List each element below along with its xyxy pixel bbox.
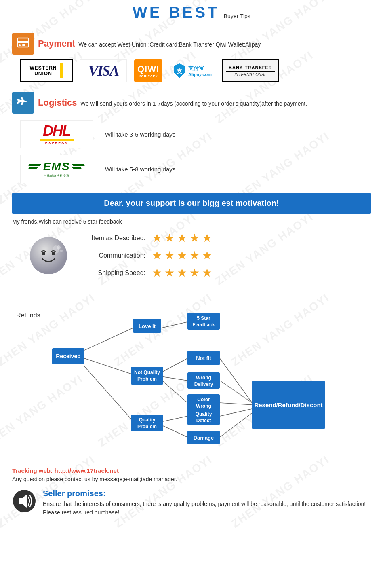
star-5: ★ xyxy=(202,266,212,279)
svg-line-24 xyxy=(220,413,252,437)
svg-line-17 xyxy=(161,380,187,403)
ems-logo-inner: EMS 全球邮政特快专递 xyxy=(29,160,85,178)
svg-rect-3 xyxy=(22,44,25,46)
svg-text:Wrong: Wrong xyxy=(196,375,211,381)
svg-line-14 xyxy=(161,322,187,328)
logistics-section: Logistics We will send yours orders in 1… xyxy=(12,92,371,183)
svg-point-8 xyxy=(52,252,55,255)
star-1: ★ xyxy=(152,266,162,279)
visa-logo: VISA xyxy=(80,59,127,82)
ems-wing-l1 xyxy=(28,164,41,166)
svg-point-9 xyxy=(57,245,61,250)
western-union-logo: WESTERN UNION xyxy=(20,59,73,82)
ems-wing-r1 xyxy=(72,164,85,166)
svg-text:支: 支 xyxy=(176,68,183,74)
tracking-url[interactable]: http://www.17track.net xyxy=(54,467,118,474)
alipay-inner: 支 支付宝 Alipay.com xyxy=(173,63,212,79)
feedback-banner: Dear. your support is our bigg est motiv… xyxy=(12,193,371,214)
svg-line-13 xyxy=(84,366,133,421)
refunds-section: Refunds xyxy=(12,288,371,459)
alipay-name: 支付宝 xyxy=(188,65,212,72)
ems-text: EMS xyxy=(43,160,70,173)
svg-line-19 xyxy=(161,425,187,437)
payment-section: Payment We can accept West Union ;Credit… xyxy=(12,33,371,82)
svg-text:Resend/Refund/Discont: Resend/Refund/Discont xyxy=(254,402,322,408)
ems-subtitle: 全球邮政特快专递 xyxy=(44,174,69,178)
star-3: ★ xyxy=(177,231,187,245)
tracking-link-line: Tracking web: http://www.17track.net xyxy=(12,467,371,474)
svg-line-22 xyxy=(220,403,252,405)
ems-right-wings xyxy=(72,164,84,169)
logistics-header: Logistics We will send yours orders in 1… xyxy=(12,92,371,114)
wu-logo-bar xyxy=(60,63,63,78)
ems-logo: EMS 全球邮政特快专递 xyxy=(20,155,93,183)
wu-logo-text: WESTERN UNION xyxy=(30,65,57,77)
refunds-flowchart: Received Love it 5 Star Feedback Not Qua… xyxy=(12,288,371,457)
smiley-face-icon xyxy=(28,235,69,276)
svg-text:Wrong: Wrong xyxy=(196,403,211,409)
stars-communication: ★ ★ ★ ★ ★ xyxy=(152,249,212,262)
star-3: ★ xyxy=(177,249,187,262)
svg-line-23 xyxy=(220,409,252,416)
page-title: WE BEST xyxy=(133,4,219,21)
payment-icon xyxy=(12,33,34,55)
payment-description: We can accept West Union ;Credit card;Ba… xyxy=(78,41,262,48)
svg-line-16 xyxy=(161,376,187,381)
rating-section: Item as Described: ★ ★ ★ ★ ★ Communicati… xyxy=(28,231,371,279)
bank-logo-bottom-text: INTERNATIONAL xyxy=(234,72,266,77)
star-4: ★ xyxy=(189,249,200,262)
dhl-logo: DHL EXPRESS xyxy=(20,120,93,148)
star-3: ★ xyxy=(177,266,187,279)
alipay-text-group: 支付宝 Alipay.com xyxy=(188,65,212,77)
star-2: ★ xyxy=(164,249,175,262)
svg-text:Quality: Quality xyxy=(196,411,212,417)
svg-line-15 xyxy=(161,358,187,372)
alipay-shield-icon: 支 xyxy=(173,63,186,79)
svg-text:Feedback: Feedback xyxy=(192,322,215,328)
ems-carrier-time: Will take 5-8 working days xyxy=(105,166,175,173)
rating-row-shipping: Shipping Speed: ★ ★ ★ ★ ★ xyxy=(81,266,212,279)
dhl-text: DHL xyxy=(43,124,70,138)
svg-point-10 xyxy=(60,250,63,252)
svg-text:Received: Received xyxy=(56,353,80,360)
logistics-description: We will send yours orders in 1-7days (ac… xyxy=(80,100,307,107)
svg-line-12 xyxy=(84,358,133,374)
promises-title: Seller promises: xyxy=(43,489,371,498)
bank-transfer-logo: BANK TRANSFER INTERNATIONAL xyxy=(222,59,279,82)
payment-header: Payment We can accept West Union ;Credit… xyxy=(12,33,371,55)
page-subtitle: Buyer Tips xyxy=(224,13,250,19)
dhl-express-text: EXPRESS xyxy=(45,141,68,145)
rating-label-shipping: Shipping Speed: xyxy=(81,269,145,277)
promises-body: Ensure that the interests of consumers; … xyxy=(43,500,371,517)
svg-line-20 xyxy=(220,358,252,403)
alipay-domain: Alipay.com xyxy=(188,72,212,77)
svg-text:Color: Color xyxy=(197,397,210,402)
tracking-description: Any question please contact us by messag… xyxy=(12,476,371,482)
ems-carrier-row: EMS 全球邮政特快专递 Will take 5-8 working days xyxy=(20,155,371,183)
svg-rect-55 xyxy=(19,498,23,504)
svg-rect-1 xyxy=(17,41,29,43)
bank-logo-top-text: BANK TRANSFER xyxy=(229,65,272,70)
svg-point-7 xyxy=(42,252,45,255)
star-2: ★ xyxy=(164,266,175,279)
svg-text:Love it: Love it xyxy=(139,323,156,329)
logistics-label-group: Logistics We will send yours orders in 1… xyxy=(38,97,307,108)
svg-line-11 xyxy=(84,328,133,350)
stars-shipping: ★ ★ ★ ★ ★ xyxy=(152,266,212,279)
rating-row-communication: Communication: ★ ★ ★ ★ ★ xyxy=(81,249,212,262)
svg-text:Defect: Defect xyxy=(196,418,211,423)
rating-rows: Item as Described: ★ ★ ★ ★ ★ Communicati… xyxy=(81,231,212,279)
feedback-subtext: My frends.Wish can receive 5 star feedba… xyxy=(12,218,371,225)
svg-line-18 xyxy=(161,416,187,422)
svg-text:5 Star: 5 Star xyxy=(197,315,210,321)
bank-logo-divider xyxy=(226,71,275,72)
star-1: ★ xyxy=(152,249,162,262)
ems-wing-l2 xyxy=(28,167,38,169)
speaker-icon xyxy=(12,489,36,513)
dhl-logo-inner: DHL EXPRESS xyxy=(40,124,74,145)
dhl-carrier-time: Will take 3-5 working days xyxy=(105,131,175,138)
rating-label-described: Item as Described: xyxy=(81,235,145,242)
tracking-section: Tracking web: http://www.17track.net Any… xyxy=(12,467,371,482)
svg-text:Delivery: Delivery xyxy=(194,381,213,387)
svg-point-5 xyxy=(30,237,67,274)
